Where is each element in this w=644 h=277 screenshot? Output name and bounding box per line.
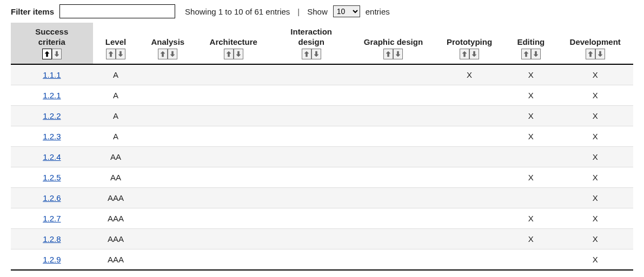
cell-editing: X	[504, 126, 557, 146]
arrow-up-icon	[108, 51, 114, 57]
criteria-link[interactable]: 1.2.7	[43, 214, 61, 223]
arrow-up-icon	[44, 51, 50, 57]
criteria-link[interactable]: 1.2.4	[43, 152, 61, 161]
col-header-interaction_design: Interaction design	[270, 23, 353, 64]
arrow-up-icon	[523, 51, 529, 57]
cell-prototyping	[434, 146, 505, 167]
sort-asc-level[interactable]	[106, 49, 116, 59]
criteria-table: Success criteriaLevelAnalysisArchitectur…	[11, 23, 633, 271]
sort-asc-interaction_design[interactable]	[302, 49, 311, 59]
sort-desc-success_criteria[interactable]	[52, 49, 62, 59]
cell-interaction_design	[270, 167, 353, 187]
cell-level: A	[93, 126, 139, 146]
cell-interaction_design	[270, 64, 353, 85]
sort-asc-success_criteria[interactable]	[42, 49, 52, 59]
divider: |	[297, 7, 300, 16]
cell-level: AAA	[93, 228, 139, 249]
criteria-link[interactable]: 1.2.3	[43, 132, 61, 141]
col-header-prototyping: Prototyping	[434, 23, 505, 64]
criteria-link[interactable]: 1.2.6	[43, 193, 61, 202]
cell-prototyping	[434, 187, 505, 208]
cell-success_criteria: 1.2.4	[11, 146, 93, 167]
table-row: 1.2.1AXX	[11, 85, 633, 105]
table-row: 1.2.5AAXX	[11, 167, 633, 187]
arrow-up-icon	[226, 51, 231, 57]
cell-graphic_design	[353, 85, 434, 105]
sort-desc-analysis[interactable]	[168, 49, 177, 59]
cell-editing: X	[504, 105, 557, 126]
arrow-down-icon	[597, 51, 603, 57]
sort-asc-analysis[interactable]	[158, 49, 168, 59]
col-label: Architecture	[210, 37, 257, 48]
cell-prototyping	[434, 105, 505, 126]
cell-success_criteria: 1.2.5	[11, 167, 93, 187]
table-row: 1.1.1AXXX	[11, 64, 633, 85]
cell-architecture	[197, 85, 270, 105]
cell-editing	[504, 249, 557, 270]
cell-graphic_design	[353, 249, 434, 270]
cell-interaction_design	[270, 228, 353, 249]
cell-interaction_design	[270, 105, 353, 126]
sort-desc-architecture[interactable]	[234, 49, 243, 59]
sort-asc-prototyping[interactable]	[460, 49, 469, 59]
sort-desc-prototyping[interactable]	[469, 49, 479, 59]
sort-asc-editing[interactable]	[521, 49, 531, 59]
table-row: 1.2.6AAAX	[11, 187, 633, 208]
cell-architecture	[197, 146, 270, 167]
criteria-link[interactable]: 1.2.8	[43, 234, 61, 244]
col-label: Level	[105, 37, 126, 48]
sort-desc-graphic_design[interactable]	[393, 49, 403, 59]
criteria-link[interactable]: 1.2.2	[43, 111, 61, 120]
sort-desc-interaction_design[interactable]	[311, 49, 321, 59]
table-row: 1.2.3AXX	[11, 126, 633, 146]
cell-success_criteria: 1.1.1	[11, 64, 93, 85]
arrow-up-icon	[386, 51, 391, 57]
cell-editing: X	[504, 85, 557, 105]
cell-success_criteria: 1.2.1	[11, 85, 93, 105]
cell-editing: X	[504, 208, 557, 228]
header-row: Success criteriaLevelAnalysisArchitectur…	[11, 23, 633, 64]
sort-desc-development[interactable]	[595, 49, 605, 59]
show-entries-select[interactable]: 102550100	[333, 5, 360, 17]
cell-analysis	[138, 167, 197, 187]
cell-development: X	[557, 187, 633, 208]
criteria-link[interactable]: 1.2.1	[43, 91, 61, 100]
cell-architecture	[197, 167, 270, 187]
cell-interaction_design	[270, 208, 353, 228]
sort-desc-level[interactable]	[116, 49, 125, 59]
cell-editing: X	[504, 64, 557, 85]
cell-analysis	[138, 85, 197, 105]
arrow-up-icon	[160, 51, 165, 57]
sort-desc-editing[interactable]	[531, 49, 541, 59]
cell-editing	[504, 187, 557, 208]
cell-success_criteria: 1.2.6	[11, 187, 93, 208]
cell-analysis	[138, 187, 197, 208]
criteria-link[interactable]: 1.1.1	[43, 70, 61, 79]
cell-graphic_design	[353, 208, 434, 228]
col-label: Success criteria	[22, 27, 82, 48]
filter-input[interactable]	[59, 4, 175, 18]
cell-analysis	[138, 146, 197, 167]
criteria-link[interactable]: 1.2.5	[43, 173, 61, 182]
sort-asc-architecture[interactable]	[224, 49, 234, 59]
col-header-level: Level	[93, 23, 139, 64]
cell-success_criteria: 1.2.3	[11, 126, 93, 146]
arrow-up-icon	[304, 51, 309, 57]
sort-asc-development[interactable]	[586, 49, 595, 59]
cell-graphic_design	[353, 187, 434, 208]
col-header-development: Development	[557, 23, 633, 64]
cell-prototyping	[434, 228, 505, 249]
cell-development: X	[557, 249, 633, 270]
filter-label: Filter items	[11, 7, 54, 16]
arrow-up-icon	[588, 51, 593, 57]
cell-development: X	[557, 64, 633, 85]
col-label: Editing	[517, 37, 545, 48]
sort-asc-graphic_design[interactable]	[383, 49, 393, 59]
criteria-link[interactable]: 1.2.9	[43, 255, 61, 264]
cell-level: A	[93, 64, 139, 85]
cell-interaction_design	[270, 249, 353, 270]
cell-level: A	[93, 85, 139, 105]
cell-architecture	[197, 208, 270, 228]
arrow-down-icon	[533, 51, 539, 57]
show-prefix: Show	[307, 7, 328, 16]
